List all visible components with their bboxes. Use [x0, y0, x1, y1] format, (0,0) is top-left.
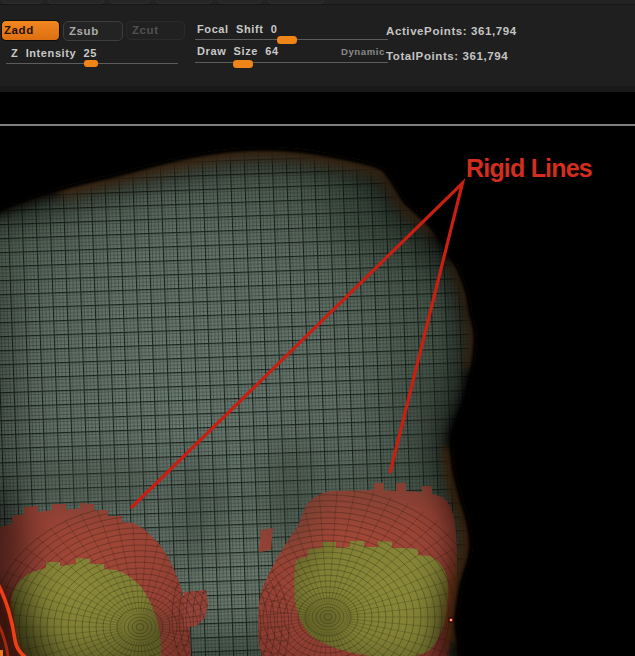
svg-text:Rigid Lines: Rigid Lines: [466, 154, 592, 182]
